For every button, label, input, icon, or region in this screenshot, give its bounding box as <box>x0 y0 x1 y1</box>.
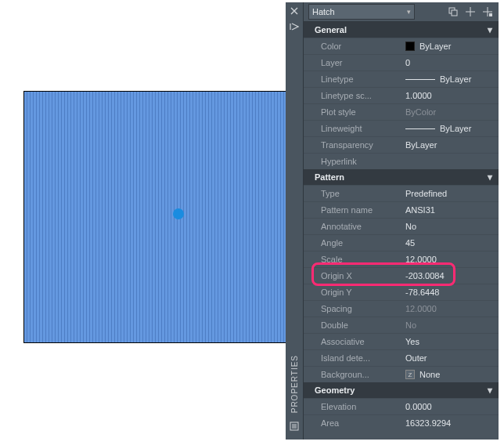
row-angle[interactable]: Angle45 <box>304 234 499 251</box>
row-spacing[interactable]: Spacing12.0000 <box>304 300 499 317</box>
svg-rect-11 <box>489 13 492 16</box>
properties-palette: PROPERTIES Hatch ▾ General ▾ ColorByLay <box>286 2 499 440</box>
palette-toolbar: Hatch ▾ <box>304 2 499 22</box>
palette-sidebar: PROPERTIES <box>286 2 304 440</box>
linetype-glyph <box>405 79 435 80</box>
svg-rect-6 <box>452 10 457 16</box>
row-elevation[interactable]: Elevation0.0000 <box>304 398 499 414</box>
section-general: ColorByLayer Layer0 LinetypeByLayer Line… <box>304 38 499 169</box>
color-swatch <box>405 42 415 51</box>
chevron-down-icon: ▾ <box>407 8 411 16</box>
row-background[interactable]: Backgroun...ZNone <box>304 366 499 382</box>
dock-toggle-icon[interactable] <box>289 21 300 32</box>
row-linetype[interactable]: LinetypeByLayer <box>304 71 499 87</box>
row-hyperlink[interactable]: Hyperlink <box>304 153 499 169</box>
toggle-pickadd-icon[interactable] <box>447 5 459 18</box>
close-icon[interactable] <box>289 5 300 16</box>
row-island[interactable]: Island dete...Outer <box>304 349 499 366</box>
row-scale[interactable]: Scale12.0000 <box>304 251 499 267</box>
section-header-geometry[interactable]: Geometry ▾ <box>304 382 499 398</box>
row-pattern-name[interactable]: Pattern nameANSI31 <box>304 201 499 218</box>
row-type[interactable]: TypePredefined <box>304 185 499 201</box>
select-objects-icon[interactable] <box>464 5 477 18</box>
section-header-general[interactable]: General ▾ <box>304 22 499 38</box>
row-transparency[interactable]: TransparencyByLayer <box>304 136 499 153</box>
section-pattern: TypePredefined Pattern nameANSI31 Annota… <box>304 185 499 382</box>
object-type-dropdown[interactable]: Hatch ▾ <box>308 4 415 20</box>
row-color[interactable]: ColorByLayer <box>304 38 499 54</box>
row-lineweight[interactable]: LineweightByLayer <box>304 120 499 136</box>
quick-select-icon[interactable] <box>481 5 494 18</box>
section-title: General <box>315 25 347 34</box>
row-associative[interactable]: AssociativeYes <box>304 333 499 349</box>
drawing-canvas[interactable] <box>23 91 291 343</box>
grip-point[interactable] <box>173 208 184 219</box>
row-origin-x[interactable]: Origin X-203.0084 <box>304 267 499 284</box>
row-plot-style[interactable]: Plot styleByColor <box>304 103 499 120</box>
lineweight-glyph <box>405 128 435 129</box>
none-checkbox-icon: Z <box>405 370 415 379</box>
palette-title: PROPERTIES <box>290 355 299 413</box>
section-geometry: Elevation0.0000 Area16323.9294 <box>304 398 499 431</box>
collapse-icon: ▾ <box>488 24 492 35</box>
options-icon[interactable] <box>289 421 300 432</box>
collapse-icon: ▾ <box>488 172 492 183</box>
row-origin-y[interactable]: Origin Y-78.6448 <box>304 284 499 300</box>
row-layer[interactable]: Layer0 <box>304 54 499 71</box>
row-annotative[interactable]: AnnotativeNo <box>304 218 499 234</box>
object-type-value: Hatch <box>312 7 335 16</box>
hatch-object[interactable] <box>24 92 290 342</box>
row-double[interactable]: DoubleNo <box>304 317 499 333</box>
row-area[interactable]: Area16323.9294 <box>304 414 499 431</box>
section-title: Geometry <box>315 385 355 395</box>
section-title: Pattern <box>315 172 344 182</box>
collapse-icon: ▾ <box>488 385 492 396</box>
palette-body: Hatch ▾ General ▾ ColorByLayer Layer0 Li… <box>304 2 499 440</box>
row-linetype-scale[interactable]: Linetype sc...1.0000 <box>304 87 499 103</box>
section-header-pattern[interactable]: Pattern ▾ <box>304 169 499 185</box>
